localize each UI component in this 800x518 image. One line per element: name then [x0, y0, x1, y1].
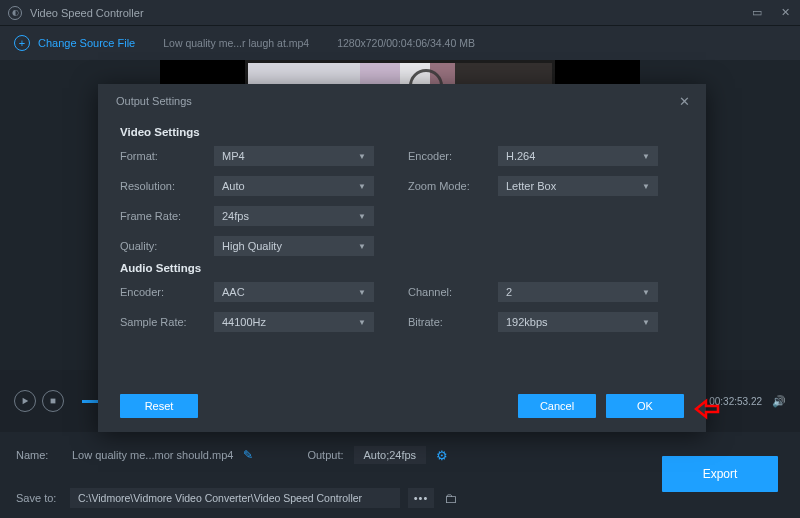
encoder-label: Encoder:: [408, 150, 498, 162]
chevron-down-icon: ▼: [358, 288, 366, 297]
name-label: Name:: [16, 449, 62, 461]
video-settings-heading: Video Settings: [120, 126, 684, 138]
chevron-down-icon: ▼: [642, 318, 650, 327]
chevron-down-icon: ▼: [358, 318, 366, 327]
export-button[interactable]: Export: [662, 456, 778, 492]
save-to-label: Save to:: [16, 492, 62, 504]
framerate-select[interactable]: 24fps▼: [214, 206, 374, 226]
audio-settings-heading: Audio Settings: [120, 262, 684, 274]
samplerate-label: Sample Rate:: [120, 316, 214, 328]
stop-button[interactable]: [42, 390, 64, 412]
bitrate-select[interactable]: 192kbps▼: [498, 312, 658, 332]
edit-name-icon[interactable]: ✎: [243, 448, 253, 462]
chevron-down-icon: ▼: [642, 182, 650, 191]
output-value: Auto;24fps: [354, 446, 427, 464]
output-settings-icon[interactable]: ⚙: [436, 448, 448, 463]
play-button[interactable]: [14, 390, 36, 412]
chevron-down-icon: ▼: [358, 212, 366, 221]
change-source-label: Change Source File: [38, 37, 135, 49]
svg-rect-1: [51, 399, 56, 404]
zoom-label: Zoom Mode:: [408, 180, 498, 192]
channel-select[interactable]: 2▼: [498, 282, 658, 302]
window-maximize-icon[interactable]: ▭: [750, 6, 764, 20]
output-settings-dialog: Output Settings ✕ Video Settings Format:…: [98, 84, 706, 432]
chevron-down-icon: ▼: [642, 288, 650, 297]
chevron-down-icon: ▼: [358, 242, 366, 251]
chevron-down-icon: ▼: [358, 152, 366, 161]
format-label: Format:: [120, 150, 214, 162]
annotation-arrow-icon: [694, 398, 722, 420]
output-label: Output:: [307, 449, 343, 461]
quality-select[interactable]: High Quality▼: [214, 236, 374, 256]
channel-label: Channel:: [408, 286, 498, 298]
resolution-select[interactable]: Auto▼: [214, 176, 374, 196]
framerate-label: Frame Rate:: [120, 210, 214, 222]
reset-button[interactable]: Reset: [120, 394, 198, 418]
svg-marker-0: [23, 398, 29, 404]
dialog-close-icon[interactable]: ✕: [679, 94, 690, 109]
top-toolbar: + Change Source File Low quality me...r …: [0, 26, 800, 60]
audio-encoder-label: Encoder:: [120, 286, 214, 298]
zoom-select[interactable]: Letter Box▼: [498, 176, 658, 196]
samplerate-select[interactable]: 44100Hz▼: [214, 312, 374, 332]
bottom-panel: Name: Low quality me...mor should.mp4 ✎ …: [0, 432, 800, 518]
quality-label: Quality:: [120, 240, 214, 252]
chevron-down-icon: ▼: [358, 182, 366, 191]
volume-icon[interactable]: 🔊: [772, 395, 786, 408]
resolution-label: Resolution:: [120, 180, 214, 192]
app-logo-icon: ◐: [8, 6, 22, 20]
window-close-icon[interactable]: ✕: [778, 6, 792, 20]
source-fileinfo: 1280x720/00:04:06/34.40 MB: [337, 37, 475, 49]
dialog-title: Output Settings: [116, 95, 192, 107]
source-filename: Low quality me...r laugh at.mp4: [163, 37, 309, 49]
open-folder-icon[interactable]: 🗀: [444, 491, 457, 506]
ok-button[interactable]: OK: [606, 394, 684, 418]
change-source-button[interactable]: + Change Source File: [14, 35, 135, 51]
format-select[interactable]: MP4▼: [214, 146, 374, 166]
bitrate-label: Bitrate:: [408, 316, 498, 328]
encoder-select[interactable]: H.264▼: [498, 146, 658, 166]
audio-encoder-select[interactable]: AAC▼: [214, 282, 374, 302]
cancel-button[interactable]: Cancel: [518, 394, 596, 418]
browse-path-button[interactable]: •••: [408, 488, 434, 508]
plus-circle-icon: +: [14, 35, 30, 51]
app-title: Video Speed Controller: [30, 7, 750, 19]
chevron-down-icon: ▼: [642, 152, 650, 161]
save-path-input[interactable]: C:\Vidmore\Vidmore Video Converter\Video…: [70, 488, 400, 508]
output-name: Low quality me...mor should.mp4: [72, 449, 233, 461]
title-bar: ◐ Video Speed Controller ▭ ✕: [0, 0, 800, 26]
